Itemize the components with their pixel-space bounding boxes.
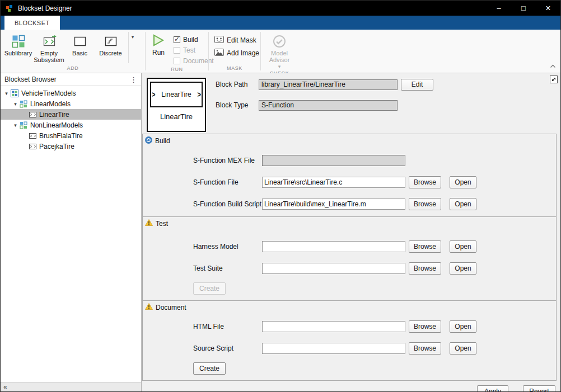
- build-script-input[interactable]: [262, 199, 405, 210]
- browser-header: Blockset Browser ⋮: [1, 73, 141, 86]
- section-label-add: ADD: [1, 65, 145, 73]
- tree-item-label: PacejkaTire: [39, 143, 74, 150]
- browse-button[interactable]: Browse: [409, 176, 441, 188]
- sfunction-file-input[interactable]: [262, 177, 405, 188]
- browse-button[interactable]: Browse: [409, 262, 441, 275]
- tree-item-lineartire[interactable]: LinearTire: [1, 109, 141, 120]
- run-button[interactable]: Run: [146, 32, 170, 56]
- window-controls: – □ ×: [487, 1, 560, 16]
- revert-button[interactable]: Revert: [523, 385, 555, 392]
- add-image-icon: [214, 49, 224, 58]
- open-button[interactable]: Open: [450, 198, 476, 210]
- tree-item-label: NonLinearModels: [30, 121, 83, 129]
- browse-button[interactable]: Browse: [409, 198, 441, 210]
- build-status-icon: [145, 136, 152, 145]
- collapse-toolstrip-icon[interactable]: [550, 60, 556, 70]
- tree-item-brushfialatire[interactable]: BrushFialaTire: [1, 130, 141, 141]
- build-section: Build S-Function MEX File S-Function Fil…: [142, 134, 557, 217]
- blockset-tree: ▾ VehicleTireModels ▾ LinearModels: [1, 86, 141, 382]
- create-document-button[interactable]: Create: [193, 362, 226, 375]
- block-icon: [28, 110, 37, 119]
- warning-icon: [145, 219, 153, 228]
- minimize-button[interactable]: –: [487, 1, 511, 16]
- tree-item-linearmodels[interactable]: ▾ LinearModels: [1, 98, 141, 109]
- chevron-down-icon: ▾: [132, 34, 134, 63]
- add-basic-button[interactable]: Basic: [64, 32, 95, 56]
- test-section: Test Harness Model Browse Open Test Suit…: [142, 216, 557, 301]
- build-section-header: Build: [143, 134, 556, 145]
- html-file-input[interactable]: [262, 321, 405, 332]
- harness-model-input[interactable]: [262, 241, 405, 252]
- sublibrary-icon: [19, 121, 28, 129]
- tree-item-vehicletiremodels[interactable]: ▾ VehicleTireModels: [1, 88, 141, 98]
- open-button[interactable]: Open: [450, 342, 476, 355]
- test-suite-input[interactable]: [262, 263, 405, 274]
- apply-button[interactable]: Apply: [477, 385, 508, 392]
- sublibrary-icon: [11, 34, 26, 49]
- build-checkbox-row[interactable]: Build: [174, 34, 214, 45]
- open-button[interactable]: Open: [450, 176, 476, 188]
- chevron-down-icon: ▾: [278, 63, 281, 70]
- test-checkbox-row: Test: [174, 45, 214, 55]
- browser-menu-icon[interactable]: ⋮: [130, 75, 137, 84]
- document-create-row: Create: [193, 362, 556, 375]
- source-script-row: Source Script Browse Open: [193, 342, 556, 355]
- tree-item-pacejkatire[interactable]: PacejkaTire: [1, 141, 141, 152]
- section-label-run: RUN: [146, 66, 208, 74]
- add-gallery-dropdown[interactable]: ▾: [128, 32, 137, 63]
- field-label: S-Function File: [193, 178, 262, 186]
- expand-arrow-icon[interactable]: ▾: [12, 122, 19, 128]
- add-sublibrary-button[interactable]: Sublibrary: [3, 32, 34, 56]
- field-label: Source Script: [193, 344, 262, 352]
- harness-model-row: Harness Model Browse Open: [193, 240, 556, 253]
- block-type-value: S-Function: [259, 100, 398, 111]
- source-script-input[interactable]: [262, 343, 405, 354]
- tree-item-nonlinearmodels[interactable]: ▾ NonLinearModels: [1, 120, 141, 130]
- build-checkbox[interactable]: [174, 36, 180, 43]
- block-path-label: Block Path: [216, 81, 259, 88]
- open-button[interactable]: Open: [450, 262, 476, 275]
- open-button[interactable]: Open: [450, 320, 476, 333]
- block-icon: [28, 142, 37, 150]
- model-advisor-icon: [272, 34, 287, 49]
- expand-arrow-icon[interactable]: ▾: [12, 101, 19, 107]
- collapse-panel-icon[interactable]: «: [3, 384, 7, 390]
- undock-panel-icon[interactable]: [550, 75, 558, 86]
- tree-item-label: BrushFialaTire: [39, 132, 83, 140]
- toolstrip-item-label: Empty Subsystem: [34, 50, 64, 63]
- library-icon: [10, 89, 19, 97]
- mex-file-value: [262, 155, 405, 166]
- maximize-button[interactable]: □: [511, 1, 536, 16]
- browser-footer: «: [1, 382, 141, 391]
- block-preview: > LinearTire > LinearTire: [147, 78, 206, 132]
- tree-item-label: LinearModels: [30, 100, 71, 108]
- detail-footer: Apply Revert: [142, 381, 560, 392]
- mex-file-row: S-Function MEX File: [193, 154, 556, 167]
- browse-button[interactable]: Browse: [409, 320, 441, 333]
- expand-arrow-icon[interactable]: ▾: [3, 91, 10, 96]
- add-discrete-button[interactable]: Discrete: [95, 32, 126, 56]
- tab-blockset[interactable]: BLOCKSET: [4, 16, 60, 30]
- html-file-row: HTML File Browse Open: [193, 320, 556, 333]
- block-preview-name: LinearTire: [155, 91, 197, 98]
- sfunction-file-row: S-Function File Browse Open: [193, 176, 556, 189]
- add-image-button[interactable]: Add Image: [214, 49, 259, 58]
- output-port-icon: >: [198, 90, 201, 99]
- close-button[interactable]: ×: [536, 1, 560, 16]
- edit-mask-button[interactable]: Edit Mask: [214, 36, 259, 45]
- block-header-area: > LinearTire > LinearTire Block Path lib…: [142, 73, 560, 133]
- app-icon: [5, 4, 14, 13]
- block-type-row: Block Type S-Function: [216, 99, 433, 111]
- open-button[interactable]: Open: [450, 240, 476, 253]
- browse-button[interactable]: Browse: [409, 342, 441, 355]
- title-bar: Blockset Designer – □ ×: [1, 1, 560, 16]
- add-empty-subsystem-button[interactable]: Empty Subsystem: [34, 32, 64, 63]
- empty-subsystem-icon: [42, 34, 57, 49]
- browse-button[interactable]: Browse: [409, 240, 441, 253]
- field-label: Harness Model: [193, 243, 262, 251]
- blockset-designer-window: Blockset Designer – □ × BLOCKSET Sublibr…: [0, 0, 561, 392]
- block-preview-block: > LinearTire >: [150, 82, 203, 107]
- toolstrip-section-mask: Edit Mask Add Image MASK: [209, 30, 260, 73]
- edit-block-path-button[interactable]: Edit: [401, 79, 433, 91]
- toolstrip-item-label: Edit Mask: [227, 36, 256, 44]
